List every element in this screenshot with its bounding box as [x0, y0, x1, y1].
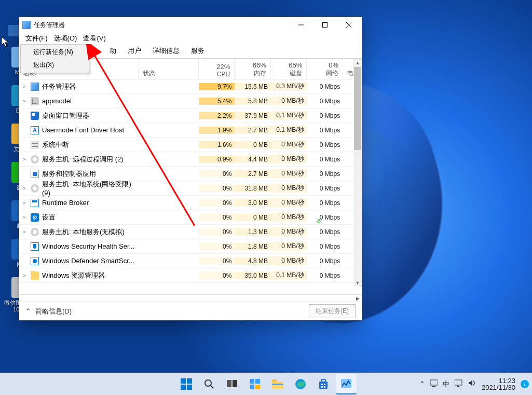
minimize-button[interactable] — [289, 17, 313, 33]
svg-rect-14 — [255, 379, 260, 384]
svg-rect-29 — [432, 386, 435, 387]
volume-icon[interactable] — [468, 379, 476, 388]
table-row[interactable]: > 设置 ⚘ 0% 0 MB 0 MB/秒 0 Mbps — [19, 210, 353, 225]
table-row[interactable]: > appmodel 5.4% 5.8 MB 0 MB/秒 0 Mbps — [19, 94, 353, 108]
expand-toggle[interactable]: > — [19, 229, 30, 235]
net-cell: 0 Mbps — [307, 112, 344, 119]
search-icon[interactable] — [199, 374, 220, 394]
time-text: 11:23 — [482, 377, 515, 384]
fewer-details-toggle[interactable]: ⌃简略信息(D) — [25, 307, 72, 316]
col-disk[interactable]: 磁盘 — [290, 69, 302, 78]
disk-cell: 0.1 MB/秒 — [271, 111, 307, 120]
table-row[interactable]: > 服务主机: 本地系统(网络受限) (9) 0% 31.8 MB 0 MB/秒… — [19, 181, 353, 196]
vm-tools-icon[interactable] — [430, 379, 438, 388]
col-net[interactable]: 网络 — [326, 69, 338, 78]
ime-indicator[interactable]: 中 — [443, 379, 449, 389]
maximize-button[interactable] — [313, 17, 337, 33]
disk-cell: 0.3 MB/秒 — [271, 82, 307, 91]
tab-startup-fragment[interactable]: 动 — [110, 44, 121, 58]
end-task-button[interactable]: 结束任务(E) — [309, 304, 356, 318]
mem-cell: 4.8 MB — [235, 257, 271, 265]
table-row[interactable]: Usermode Font Driver Host 1.9% 2.7 MB 0.… — [19, 123, 353, 138]
disk-cell: 0 MB/秒 — [271, 256, 307, 265]
table-row[interactable]: > 任务管理器 9.7% 15.5 MB 0.3 MB/秒 0 Mbps — [19, 79, 353, 94]
titlebar[interactable]: 任务管理器 — [19, 17, 362, 33]
widgets-icon[interactable] — [244, 374, 265, 394]
tab-details[interactable]: 详细信息 — [147, 44, 185, 58]
file-menu-exit[interactable]: 退出(X) — [22, 59, 88, 72]
mem-cell: 1.8 MB — [235, 243, 271, 250]
table-row[interactable]: > 服务主机: 本地服务(无模拟) 0% 1.3 MB 0 MB/秒 0 Mbp… — [19, 225, 353, 239]
file-menu-popup: 运行新任务(N) 退出(X) — [20, 44, 89, 73]
expand-toggle[interactable]: > — [19, 157, 30, 162]
cpu-cell: 9.7% — [199, 83, 235, 90]
notifications-icon[interactable]: i — [521, 380, 529, 388]
svg-rect-25 — [321, 386, 323, 388]
table-row[interactable]: Windows Defender SmartScr... 0% 4.8 MB 0… — [19, 254, 353, 268]
tab-users[interactable]: 用户 — [122, 44, 146, 58]
col-status[interactable]: 状态 — [143, 69, 155, 78]
edge-icon[interactable] — [290, 374, 311, 394]
col-cpu[interactable]: CPU — [217, 71, 230, 78]
tray-overflow-icon[interactable]: ⌃ — [419, 380, 425, 388]
svg-line-10 — [211, 386, 213, 388]
close-button[interactable] — [337, 17, 361, 33]
expand-toggle[interactable]: > — [19, 99, 30, 104]
net-cell: 0 Mbps — [307, 98, 344, 105]
file-menu-run-new-task[interactable]: 运行新任务(N) — [22, 46, 88, 59]
svg-rect-12 — [233, 380, 237, 387]
table-row[interactable]: 系统中断 1.6% 0 MB 0 MB/秒 0 Mbps — [19, 138, 353, 152]
task-manager-taskbar-icon[interactable] — [336, 374, 357, 394]
table-row[interactable]: 桌面窗口管理器 2.2% 37.9 MB 0.1 MB/秒 0 Mbps — [19, 108, 353, 123]
svg-rect-18 — [272, 379, 277, 382]
expand-toggle[interactable]: > — [19, 215, 30, 220]
scrollbar-thumb[interactable] — [354, 67, 361, 150]
cpu-cell: 2.2% — [199, 112, 235, 119]
table-row[interactable]: 服务和控制器应用 0% 2.7 MB 0 MB/秒 0 Mbps — [19, 167, 353, 181]
mem-cell: 4.4 MB — [235, 156, 271, 163]
svg-rect-24 — [324, 384, 325, 385]
file-explorer-icon[interactable] — [267, 374, 288, 394]
vertical-scrollbar[interactable]: ▲ ▼ — [353, 59, 362, 287]
expand-toggle[interactable]: > — [19, 273, 30, 278]
mem-cell: 35.0 MB — [235, 272, 271, 279]
mem-cell: 15.5 MB — [235, 83, 271, 90]
store-icon[interactable] — [313, 374, 334, 394]
recycle-bin-icon[interactable] — [8, 25, 19, 36]
expand-toggle[interactable]: > — [19, 200, 30, 206]
svg-rect-5 — [181, 378, 186, 384]
taskbar[interactable]: ⌃ 中 11:232021/11/30 i — [0, 373, 532, 395]
scroll-down-icon[interactable]: ▼ — [353, 279, 362, 287]
scroll-right-icon[interactable]: ▶ — [353, 295, 362, 302]
task-manager-icon — [22, 21, 31, 29]
menu-options[interactable]: 选项(O) — [51, 33, 80, 44]
cpu-cell: 1.6% — [199, 141, 235, 148]
table-row[interactable]: > Runtime Broker 0% 3.0 MB 0 MB/秒 0 Mbps — [19, 196, 353, 210]
table-row[interactable]: > Windows 资源管理器 0% 35.0 MB 0.1 MB/秒 0 Mb… — [19, 268, 353, 283]
process-name: Windows Defender SmartScr... — [42, 257, 134, 265]
tab-services[interactable]: 服务 — [186, 44, 210, 58]
task-view-icon[interactable] — [222, 374, 242, 394]
svg-point-9 — [205, 380, 211, 386]
scroll-up-icon[interactable]: ▲ — [353, 59, 362, 67]
col-extra[interactable]: 电 — [347, 69, 353, 78]
process-icon — [31, 228, 39, 236]
system-tray[interactable]: ⌃ 中 11:232021/11/30 i — [419, 377, 529, 391]
clock[interactable]: 11:232021/11/30 — [482, 377, 515, 391]
svg-rect-7 — [181, 385, 186, 390]
mem-cell: 31.8 MB — [235, 185, 271, 192]
col-mem[interactable]: 内存 — [254, 69, 266, 78]
net-cell: 0 Mbps — [307, 257, 344, 265]
table-row[interactable]: > 服务主机: 远程过程调用 (2) 0.9% 4.4 MB 0 MB/秒 0 … — [19, 152, 353, 167]
expand-toggle[interactable]: > — [19, 84, 30, 89]
svg-rect-15 — [250, 385, 254, 389]
start-button[interactable] — [176, 374, 197, 394]
table-row[interactable]: Windows Security Health Ser... 0% 1.8 MB… — [19, 239, 353, 254]
disk-cell: 0 MB/秒 — [271, 198, 307, 207]
menu-file[interactable]: 文件(F) — [22, 33, 51, 44]
expand-toggle[interactable]: > — [19, 186, 30, 191]
network-icon[interactable] — [455, 379, 463, 388]
process-name: appmodel — [42, 97, 72, 105]
menu-view[interactable]: 查看(V) — [80, 33, 108, 44]
svg-rect-28 — [430, 380, 438, 385]
